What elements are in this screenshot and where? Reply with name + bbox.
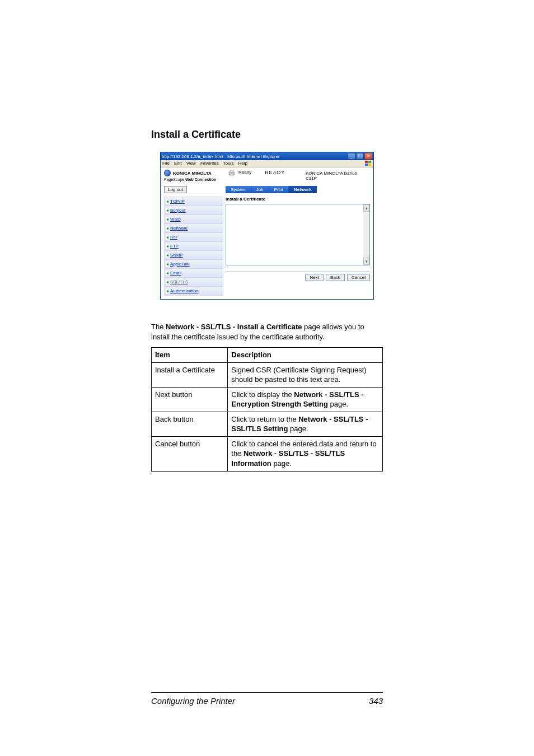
model-info: KONICA MINOLTA bizhub C31P [306,170,370,181]
menu-help[interactable]: Help [238,161,247,166]
brand-name: KONICA MINOLTA [173,171,212,176]
window-title: http://192.168.1.2/a_index.html - Micros… [162,154,348,159]
th-item: Item [152,348,228,363]
brand-sub-bold: Web Connection [185,178,216,181]
brand-sub-prefix: PageScope [164,178,184,181]
svg-rect-2 [365,164,368,166]
sidebar-item-netware[interactable]: ▸NetWare [165,224,223,233]
footer-page: 343 [369,696,383,706]
table-row: Next button Click to display the Network… [152,387,383,412]
sidebar-item-email[interactable]: ▸Email [165,269,223,278]
table-row: Cancel button Click to cancel the entere… [152,436,383,471]
model-line1: KONICA MINOLTA bizhub [306,171,370,176]
tab-network[interactable]: Network [289,186,317,193]
window-menubar: File Edit View Favorites Tools Help [161,160,373,167]
cell-item: Cancel button [152,436,228,471]
sidebar-item-ssl[interactable]: ▸SSL/TLS [165,278,223,287]
menu-edit[interactable]: Edit [174,161,182,166]
divider [226,271,370,272]
cell-desc: Click to display the Network - SSL/TLS -… [228,387,383,412]
sidebar-item-apple[interactable]: ▸AppleTalk [165,260,223,269]
scroll-up-icon[interactable]: ▴ [363,204,369,212]
globe-icon [164,170,171,176]
menu-favorites[interactable]: Favorites [200,161,219,166]
menu-file[interactable]: File [162,161,170,166]
next-button[interactable]: Next [305,274,323,281]
table-row: Install a Certificate Signed CSR (Certif… [152,362,383,387]
cell-item: Install a Certificate [152,362,228,387]
model-line2: C31P [306,176,370,181]
footer-title: Configuring the Printer [151,696,369,706]
windows-flag-icon [365,161,372,166]
sidebar-item-auth[interactable]: ▸Authentication [165,287,223,295]
textarea-scrollbar[interactable]: ▴ ▾ [363,204,369,265]
sidebar-item-snmp[interactable]: ▸SNMP [165,251,223,260]
cell-item: Next button [152,387,228,412]
cell-desc: Click to cancel the entered data and ret… [228,436,383,471]
window-min-button[interactable]: _ [348,153,355,160]
window-titlebar: http://192.168.1.2/a_index.html - Micros… [161,152,373,160]
logout-button[interactable]: Log out [164,186,187,193]
intro-paragraph: The Network - SSL/TLS - Install a Certif… [151,322,383,342]
description-table: Item Description Install a Certificate S… [151,347,383,471]
printer-icon [228,170,235,176]
menu-tools[interactable]: Tools [223,161,234,166]
sidebar-item-tcpip[interactable]: ▸TCP/IP [165,197,223,206]
th-desc: Description [228,348,383,363]
svg-rect-1 [368,161,371,163]
svg-rect-3 [368,164,371,166]
sidebar-menu: ▸TCP/IP ▸Bonjour ▸WSD ▸NetWare ▸IPP ▸FTP… [164,197,223,296]
cancel-button[interactable]: Cancel [347,274,370,281]
window-max-button[interactable]: □ [356,153,364,160]
back-button[interactable]: Back [326,274,345,281]
svg-rect-6 [230,174,233,176]
content-title: Install a Certificate [226,197,370,202]
sidebar-item-bonjour[interactable]: ▸Bonjour [165,206,223,215]
table-row: Back button Click to return to the Netwo… [152,412,383,436]
certificate-textarea[interactable]: ▴ ▾ [226,204,370,265]
window-close-button[interactable]: X [364,153,372,160]
tab-bar: System Job Print Network [226,186,370,193]
scroll-down-icon[interactable]: ▾ [363,258,369,265]
page-footer: Configuring the Printer 343 [151,692,383,706]
brand-line: KONICA MINOLTA [164,170,228,176]
svg-rect-0 [365,161,368,163]
status-small: Ready [238,170,251,175]
status-big: READY [265,170,285,175]
cell-item: Back button [152,412,228,436]
tab-print[interactable]: Print [269,186,289,193]
section-heading: Install a Certificate [151,129,383,141]
cell-desc: Click to return to the Network - SSL/TLS… [228,412,383,436]
svg-rect-5 [230,170,233,172]
sidebar-item-wsd[interactable]: ▸WSD [165,215,223,224]
sidebar-item-ipp[interactable]: ▸IPP [165,233,223,242]
brand-subline: PageScope Web Connection [164,178,228,181]
cell-desc: Signed CSR (Certificate Signing Request)… [228,362,383,387]
screenshot-window: http://192.168.1.2/a_index.html - Micros… [160,152,374,300]
menu-view[interactable]: View [186,161,196,166]
tab-system[interactable]: System [226,186,251,193]
sidebar-item-ftp[interactable]: ▸FTP [165,242,223,251]
tab-job[interactable]: Job [251,186,269,193]
